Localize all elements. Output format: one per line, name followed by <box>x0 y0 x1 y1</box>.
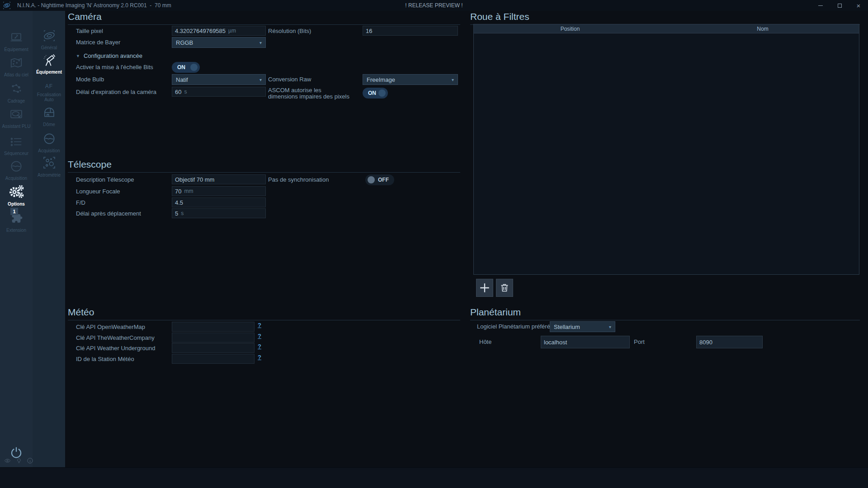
planetarium-software-label: Logiciel Planétarium préféré <box>477 321 550 332</box>
sidebar-item-cadrage[interactable]: Cadrage <box>0 82 33 103</box>
raw-conversion-dropdown[interactable]: FreeImage▾ <box>363 74 458 85</box>
bulb-mode-label: Mode Bulb <box>76 74 104 85</box>
toggle-knob <box>190 64 198 71</box>
no-sync-toggle[interactable]: OFF <box>365 174 394 185</box>
tab-focalisation-auto[interactable]: AF Focalisation Auto <box>33 81 66 102</box>
toggle-knob <box>368 176 375 183</box>
sidebar-item-assistant-plu[interactable]: Assistant PLU <box>0 108 33 129</box>
sidebar-item-sequenceur[interactable]: Séquenceur <box>0 135 33 156</box>
tab-astrometrie[interactable]: Astrométrie <box>33 155 66 178</box>
camera-section-title: Caméra <box>68 11 460 25</box>
weather-station-help-link[interactable]: ? <box>258 354 261 361</box>
pixel-size-label: Taille pixel <box>76 26 103 37</box>
host-label: Hôte <box>479 336 491 348</box>
pixel-size-input[interactable]: 4.32027649769585µm <box>172 26 266 36</box>
bayer-dropdown[interactable]: RGGB▾ <box>172 37 266 48</box>
weather-station-id-input[interactable] <box>172 354 255 364</box>
close-button[interactable]: × <box>849 0 868 11</box>
delete-filter-button[interactable] <box>496 279 513 297</box>
release-preview-banner: ! RELEASE PREVIEW ! <box>0 2 868 9</box>
sidebar-item-options[interactable]: Options <box>0 184 33 206</box>
theweathercompany-key-input[interactable] <box>172 333 255 343</box>
sky-atlas-icon <box>9 56 23 70</box>
gear-icon <box>8 184 24 199</box>
tab-acquisition[interactable]: Acquisition <box>33 132 66 153</box>
ascom-odd-pixels-toggle[interactable]: ON <box>363 88 388 99</box>
sidebar-item-atlas-du-ciel[interactable]: Atlas du ciel <box>0 56 33 77</box>
bayer-label: Matrice de Bayer <box>76 37 120 48</box>
tab-equipement[interactable]: Équipement <box>33 53 66 75</box>
maximize-icon <box>838 4 842 8</box>
openweathermap-help-link[interactable]: ? <box>258 322 261 328</box>
no-sync-label: Pas de synchronisation <box>268 174 329 185</box>
lightbulb-icon[interactable] <box>16 457 22 464</box>
settle-time-input[interactable]: 5s <box>172 208 266 218</box>
planetarium-section: Planétarium Logiciel Planétarium préféré… <box>470 307 860 361</box>
weatherunderground-key-input[interactable] <box>172 343 255 353</box>
af-icon: AF <box>42 81 57 91</box>
focal-length-label: Longueur Focale <box>76 186 120 197</box>
sidebar-item-acquisition[interactable]: Acquisition <box>0 160 33 181</box>
dome-icon <box>42 106 56 119</box>
focal-ratio-input[interactable]: 4.5 <box>172 197 266 207</box>
minimize-button[interactable] <box>811 0 830 11</box>
host-input[interactable]: localhost <box>541 336 630 348</box>
filter-table-body[interactable] <box>474 33 859 275</box>
status-strip <box>4 457 33 464</box>
close-icon: × <box>857 2 861 9</box>
planetarium-software-dropdown[interactable]: Stellarium▾ <box>550 321 615 332</box>
chevron-down-icon: ▾ <box>452 77 454 82</box>
resolution-input[interactable]: 16 <box>363 26 458 36</box>
sidebar-item-extension[interactable]: 1 Extension <box>0 211 33 233</box>
focal-ratio-label: F/D <box>76 197 85 208</box>
maximize-button[interactable] <box>830 0 849 11</box>
bulb-mode-dropdown[interactable]: Natif▾ <box>172 74 266 85</box>
bit-scaling-toggle[interactable]: ON <box>172 62 200 73</box>
port-input[interactable]: 8090 <box>696 336 763 348</box>
port-label: Port <box>634 336 645 348</box>
equipment-icon <box>9 31 23 44</box>
flat-wizard-icon <box>9 108 23 121</box>
openweathermap-key-input[interactable] <box>172 322 255 332</box>
info-icon[interactable] <box>27 457 33 464</box>
filterwheel-section: Roue à Filtres Position Nom <box>470 11 860 300</box>
settle-time-label: Délai après déplacement <box>76 208 141 219</box>
add-filter-button[interactable] <box>476 279 493 297</box>
windows-taskbar: 15°C Ensoleillé <box>0 467 868 488</box>
planetarium-section-title: Planétarium <box>470 307 860 320</box>
eye-icon[interactable] <box>4 457 11 464</box>
meteo-section: Météo Clé API OpenWeatherMap ? Clé API T… <box>68 307 460 370</box>
astrometry-icon <box>42 155 57 170</box>
chevron-down-icon: ▾ <box>609 324 611 329</box>
main-sidebar: Équipement Atlas du ciel Cadrage Assista… <box>0 11 33 467</box>
camera-section: Caméra Taille pixel 4.32027649769585µm R… <box>68 11 460 120</box>
column-position: Position <box>474 24 666 33</box>
tab-dome[interactable]: Dôme <box>33 106 66 127</box>
raw-conversion-label: Conversion Raw <box>268 74 311 85</box>
weatherunderground-key-label: Clé API Weather Underground <box>76 343 155 354</box>
extension-count-badge: 1 <box>10 208 18 215</box>
camera-timeout-input[interactable]: 60s <box>172 87 266 97</box>
theweathercompany-help-link[interactable]: ? <box>258 333 261 339</box>
weatherunderground-help-link[interactable]: ? <box>258 343 261 350</box>
telescope-description-label: Description Télescope <box>76 174 134 185</box>
filter-table-header: Position Nom <box>474 24 859 33</box>
column-nom: Nom <box>666 24 859 33</box>
galaxy-icon <box>42 29 56 42</box>
telescope-section-title: Télescope <box>68 159 460 173</box>
options-sidebar: Général Équipement AF Focalisation Auto … <box>33 11 66 467</box>
theweathercompany-key-label: Clé API TheWeatherCompany <box>76 333 155 343</box>
advanced-config-expander[interactable]: ▼ Configuration avancée <box>76 52 142 59</box>
chevron-down-icon: ▾ <box>259 40 262 45</box>
moon-icon <box>9 160 23 173</box>
bit-scaling-label: Activer la mise à l'échelle Bits <box>76 62 153 73</box>
telescope-description-input[interactable]: Objectif 70 mm <box>172 174 266 184</box>
sidebar-item-equipement[interactable]: Équipement <box>0 31 33 52</box>
tab-general[interactable]: Général <box>33 29 66 50</box>
telescope-icon <box>42 53 56 67</box>
camera-timeout-label: Délai d'expiration de la caméra <box>76 87 156 98</box>
focal-length-input[interactable]: 70mm <box>172 186 266 196</box>
filterwheel-section-title: Roue à Filtres <box>470 11 860 25</box>
framing-icon <box>9 82 23 96</box>
weather-station-id-label: ID de la Station Météo <box>76 354 134 365</box>
